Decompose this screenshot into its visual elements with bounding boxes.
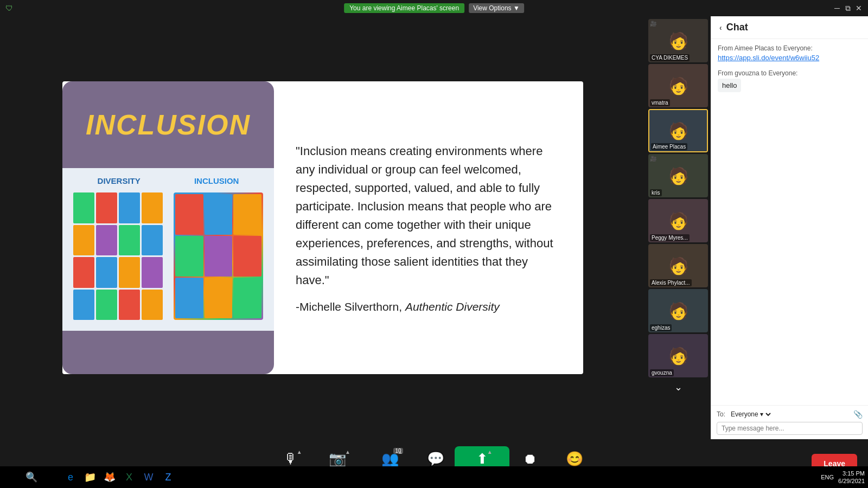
minimize-button[interactable]: ─ <box>833 4 841 12</box>
participant-thumb-1[interactable]: 🧑 🎥 CYA DIKEMES <box>648 19 708 62</box>
chat-messages: From Aimee Placas to Everyone: https://a… <box>711 39 868 405</box>
close-button[interactable]: ✕ <box>855 4 863 12</box>
word-icon[interactable]: W <box>140 468 157 486</box>
puzzle-piece <box>96 257 117 288</box>
diversity-label: DIVERSITY <box>98 176 141 185</box>
participant-thumb-2[interactable]: 🧑 vmatra <box>648 64 708 107</box>
puzzle-piece <box>73 225 94 256</box>
reactions-icon: 😊 <box>566 451 583 467</box>
arrow-icon-2: ▲ <box>345 449 350 455</box>
chat-title: Chat <box>726 22 748 33</box>
title-bar: 🛡 Zoom Meeting You are viewing Aimee Pla… <box>0 0 868 16</box>
inclusion-header: INCLUSION <box>62 81 274 168</box>
language-indicator: ENG <box>821 474 834 480</box>
chat-footer: To: Everyone ▾ 📎 <box>711 405 868 439</box>
participant-name-3: Aimee Placas <box>651 143 687 150</box>
slide-left: INCLUSION DIVERSITY INCLUSION <box>62 81 274 374</box>
participant-thumb-3[interactable]: 🧑 Aimee Placas <box>648 109 708 152</box>
participants-panel: 🧑 🎥 CYA DIKEMES 🧑 vmatra 🧑 Aimee Placas … <box>646 16 711 439</box>
puzzle-piece <box>96 225 117 256</box>
chat-to-row: To: Everyone ▾ 📎 <box>717 410 863 419</box>
chat-to-select[interactable]: Everyone ▾ <box>729 410 773 419</box>
di-labels: DIVERSITY INCLUSION <box>71 176 266 185</box>
screen-share-banner: You are viewing Aimee Placas' screen Vie… <box>344 3 524 13</box>
inclusion-footer <box>62 331 274 374</box>
unified-puzzle <box>174 192 263 320</box>
piece <box>175 236 203 277</box>
piece <box>233 278 261 318</box>
edge-icon[interactable]: e <box>62 468 79 486</box>
puzzle-piece <box>119 192 140 223</box>
chat-from-1: From Aimee Placas to Everyone: <box>718 44 861 52</box>
puzzle-piece <box>119 225 140 256</box>
puzzle-piece <box>119 290 140 320</box>
inclusion-puzzle <box>171 190 266 323</box>
chat-input[interactable] <box>722 425 858 432</box>
puzzle-piece <box>73 290 94 320</box>
maximize-button[interactable]: ⧉ <box>844 4 852 12</box>
banner-text: You are viewing Aimee Placas' screen <box>344 3 464 13</box>
clock-time: 3:15 PM <box>838 470 865 477</box>
participant-thumb-8[interactable]: 🧑 gvouzna <box>648 334 708 377</box>
puzzle-piece <box>142 225 163 256</box>
diversity-puzzle <box>71 190 165 323</box>
chat-icon: 💬 <box>427 451 444 467</box>
participant-thumb-6[interactable]: 🧑 Alexis Phylact... <box>648 244 708 287</box>
zoom-icon[interactable]: Z <box>159 468 177 486</box>
chat-header: ‹ Chat <box>711 16 868 39</box>
file-icon[interactable]: 📎 <box>853 410 863 419</box>
piece <box>233 236 261 277</box>
arrow-icon-4: ▲ <box>487 449 493 455</box>
participant-name-6: Alexis Phylact... <box>650 279 692 286</box>
record-icon: ⏺ <box>523 451 537 467</box>
di-images <box>71 190 266 323</box>
participant-name-7: eghizas <box>650 324 672 331</box>
participant-thumb-5[interactable]: 🧑 Peggy Myres... <box>648 199 708 242</box>
arrow-icon: ▲ <box>297 449 302 455</box>
puzzle-piece <box>142 257 163 288</box>
camera-icon: 📷 ▲ <box>329 451 346 467</box>
chat-link-1[interactable]: https://app.sli.do/event/w6wiiu52 <box>718 54 819 62</box>
microphone-icon: 🎙 ▲ <box>284 451 298 467</box>
chat-to-label: To: <box>717 410 725 418</box>
attribution: -Michelle Silverthorn, Authentic Diversi… <box>296 300 561 313</box>
puzzle-piece <box>73 257 94 288</box>
chat-input-row <box>717 422 863 435</box>
participant-thumb-7[interactable]: 🧑 eghizas <box>648 289 708 332</box>
puzzle-piece <box>142 290 163 320</box>
search-icon[interactable]: 🔍 <box>23 468 40 486</box>
piece <box>205 278 233 318</box>
puzzle-piece <box>119 257 140 288</box>
excel-icon[interactable]: X <box>120 468 138 486</box>
piece <box>175 278 203 318</box>
participant-thumb-4[interactable]: 🧑 🎥 kris <box>648 154 708 197</box>
slide-area: INCLUSION DIVERSITY INCLUSION <box>0 16 646 439</box>
inclusion-sub-label: INCLUSION <box>194 176 239 185</box>
arrow-icon-3: ▲ <box>398 449 403 455</box>
chat-collapse-icon[interactable]: ‹ <box>719 23 722 32</box>
chevron-down-icon[interactable]: ⌄ <box>648 379 708 395</box>
attribution-text: -Michelle Silverthorn, <box>296 300 405 313</box>
task-view-icon[interactable]: ⧉ <box>42 468 60 486</box>
attribution-italic: Authentic Diversity <box>405 300 500 313</box>
camera-icon-1: 🎥 <box>650 21 656 27</box>
diversity-inclusion-box: DIVERSITY INCLUSION <box>62 168 274 331</box>
participant-name-5: Peggy Myres... <box>650 234 690 241</box>
participants-icon: 👥 10 ▲ <box>381 451 399 467</box>
participant-name-2: vmatra <box>650 99 670 106</box>
piece <box>175 194 203 235</box>
slide-content: INCLUSION DIVERSITY INCLUSION <box>62 81 583 374</box>
participant-name-1: CYA DIKEMES <box>650 54 690 61</box>
start-icon[interactable]: ⊞ <box>3 468 21 486</box>
puzzle-piece <box>96 192 117 223</box>
participant-name-8: gvouzna <box>650 369 674 376</box>
view-options-button[interactable]: View Options ▼ <box>469 3 524 13</box>
piece <box>205 236 233 277</box>
share-screen-icon: ⬆ ▲ <box>476 451 488 467</box>
folder-icon[interactable]: 📁 <box>81 468 99 486</box>
participant-name-4: kris <box>650 189 662 196</box>
firefox-icon[interactable]: 🦊 <box>101 468 118 486</box>
puzzle-piece <box>73 192 94 223</box>
window-controls: ─ ⧉ ✕ <box>833 4 863 12</box>
chat-bubble-2: hello <box>718 79 741 92</box>
